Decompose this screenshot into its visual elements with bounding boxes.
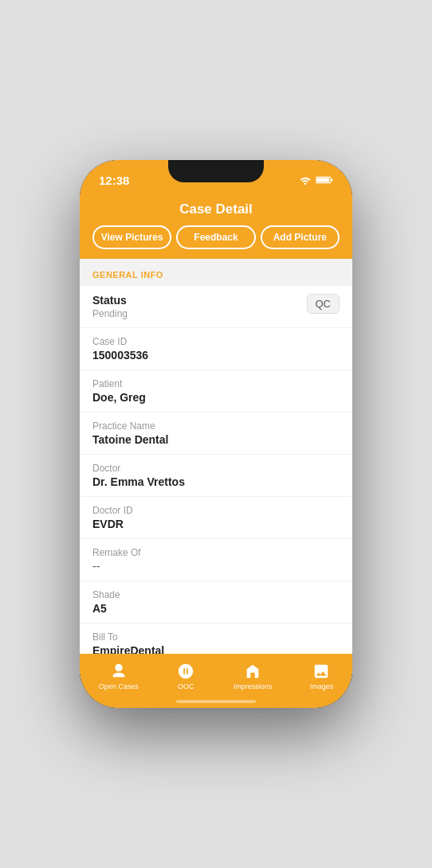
- patient-value: Doe, Greg: [92, 391, 340, 404]
- phone-shell: 12:38 Case Detail View Pictures Feedback: [80, 160, 352, 708]
- nav-impressions[interactable]: Impressions: [234, 662, 273, 690]
- doctor-id-value: EVDR: [92, 518, 340, 530]
- section-header-text: GENERAL INFO: [92, 270, 163, 280]
- bill-to-label: Bill To: [92, 631, 340, 643]
- svg-rect-2: [316, 178, 329, 182]
- remake-of-label: Remake Of: [92, 547, 340, 558]
- shade-label: Shade: [92, 589, 340, 600]
- open-cases-icon: [109, 662, 128, 681]
- practice-name-row: Practice Name Tatoine Dental: [80, 412, 352, 455]
- doctor-id-row: Doctor ID EVDR: [80, 497, 352, 539]
- bill-to-row: Bill To EmpireDental: [80, 624, 352, 654]
- open-cases-label: Open Cases: [99, 682, 139, 690]
- images-label: Images: [310, 682, 334, 690]
- impressions-label: Impressions: [234, 682, 273, 690]
- svg-rect-1: [331, 179, 332, 182]
- remake-of-value: --: [92, 560, 340, 573]
- header-buttons: View Pictures Feedback Add Picture: [92, 225, 340, 249]
- status-value: Pending: [92, 308, 128, 319]
- nav-images[interactable]: Images: [310, 662, 334, 690]
- qc-badge: QC: [307, 294, 340, 314]
- nav-ooc[interactable]: OOC: [176, 662, 195, 690]
- shade-row: Shade A5: [80, 581, 352, 624]
- status-label: Status: [92, 294, 128, 307]
- case-id-label: Case ID: [92, 336, 340, 347]
- section-header: GENERAL INFO: [80, 259, 352, 286]
- impressions-icon: [243, 662, 262, 681]
- feedback-button[interactable]: Feedback: [176, 225, 255, 249]
- practice-name-value: Tatoine Dental: [92, 433, 340, 446]
- notch: [168, 160, 264, 182]
- doctor-label: Doctor: [92, 463, 340, 474]
- battery-icon: [316, 175, 333, 185]
- shade-value: A5: [92, 602, 340, 615]
- content-area: GENERAL INFO Status Pending QC Case ID 1…: [80, 259, 352, 654]
- doctor-id-label: Doctor ID: [92, 505, 340, 516]
- case-id-value: 150003536: [92, 349, 340, 362]
- patient-row: Patient Doe, Greg: [80, 370, 352, 412]
- status-time: 12:38: [99, 174, 129, 187]
- app-header: Case Detail View Pictures Feedback Add P…: [80, 195, 352, 259]
- status-icons: [299, 175, 333, 185]
- images-icon: [312, 662, 331, 681]
- page-title: Case Detail: [92, 201, 340, 217]
- view-pictures-button[interactable]: View Pictures: [92, 225, 171, 249]
- doctor-row: Doctor Dr. Emma Vrettos: [80, 455, 352, 497]
- status-field-row: Status Pending QC: [80, 286, 352, 328]
- practice-name-label: Practice Name: [92, 420, 340, 432]
- status-left: Status Pending: [92, 294, 128, 319]
- doctor-value: Dr. Emma Vrettos: [92, 475, 340, 488]
- home-indicator: [176, 700, 256, 703]
- case-id-row: Case ID 150003536: [80, 328, 352, 370]
- ooc-icon: [176, 662, 195, 681]
- bill-to-value: EmpireDental: [92, 644, 340, 654]
- phone-screen: 12:38 Case Detail View Pictures Feedback: [80, 160, 352, 708]
- remake-of-row: Remake Of --: [80, 539, 352, 581]
- ooc-label: OOC: [178, 682, 194, 690]
- nav-open-cases[interactable]: Open Cases: [99, 662, 139, 690]
- info-card: Status Pending QC Case ID 150003536 Pati…: [80, 286, 352, 654]
- patient-label: Patient: [92, 378, 340, 389]
- wifi-icon: [299, 175, 312, 185]
- add-picture-button[interactable]: Add Picture: [261, 225, 340, 249]
